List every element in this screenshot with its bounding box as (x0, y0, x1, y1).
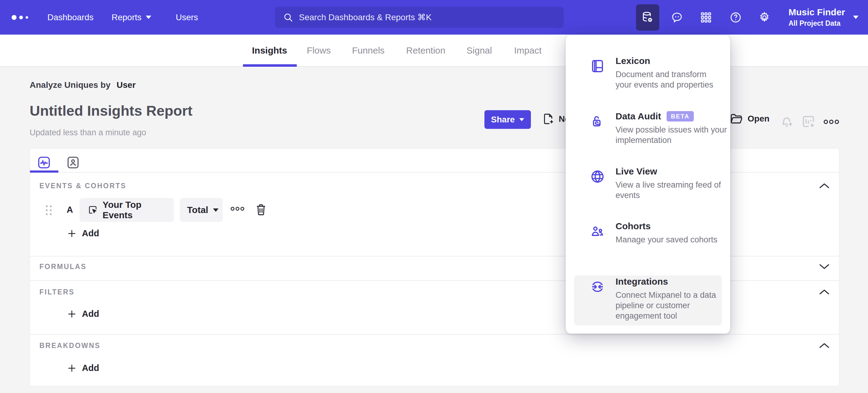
top-nav-bar: Dashboards Reports Users (0, 0, 868, 35)
document-plus-icon (542, 113, 554, 125)
menu-item-desc: Manage your saved cohorts (616, 234, 747, 245)
analyze-prefix-label: Analyze Uniques by (30, 80, 111, 90)
builder-active-tab-underline (30, 170, 58, 173)
menu-item-desc: Document and transform your events and p… (616, 69, 714, 90)
menu-item-title: Live View (616, 166, 657, 177)
plus-icon (67, 229, 76, 238)
logo-dot-small (26, 16, 28, 19)
event-row-more-button[interactable] (230, 206, 245, 212)
menu-item-desc: View possible issues with your implement… (616, 124, 736, 145)
collapse-events-chevron-up-icon[interactable] (818, 182, 830, 190)
data-management-dropdown: Lexicon Document and transform your even… (566, 35, 730, 334)
chevron-down-icon (853, 16, 859, 19)
share-button[interactable]: Share (485, 110, 531, 129)
chart-pulse-icon (37, 156, 51, 170)
chevron-down-icon (146, 16, 151, 19)
mixpanel-logo[interactable] (11, 0, 28, 35)
nav-item-reports[interactable]: Reports (112, 0, 151, 35)
tab-impact[interactable]: Impact (514, 35, 541, 67)
data-management-button[interactable] (636, 0, 659, 35)
chevron-down-icon (213, 208, 219, 212)
section-label-filters: FILTERS (39, 288, 74, 296)
search-icon (283, 12, 293, 23)
database-gear-icon (641, 11, 654, 24)
ellipsis-icon (230, 206, 245, 212)
report-tabbar: Insights Flows Funnels Retention Signal … (0, 35, 868, 67)
active-tab-underline (243, 64, 297, 67)
logo-dot-medium (19, 16, 23, 19)
apps-grid-button[interactable] (694, 0, 718, 35)
alert-add-button[interactable] (780, 114, 794, 129)
gear-icon (758, 11, 771, 24)
bell-plus-icon (780, 114, 794, 129)
add-label: Add (82, 309, 99, 319)
feedback-button[interactable] (665, 0, 689, 35)
nav-item-label: Reports (112, 12, 142, 22)
menu-item-title: Integrations (616, 276, 668, 287)
share-label: Share (491, 115, 515, 124)
section-label-formulas: FORMULAS (39, 262, 87, 271)
plus-icon (67, 364, 76, 373)
add-event-button[interactable]: Add (67, 228, 99, 238)
person-card-icon (66, 156, 80, 170)
help-icon (730, 11, 742, 24)
project-selector[interactable]: Music Finder All Project Data (788, 0, 859, 35)
ellipsis-icon (824, 119, 839, 125)
menu-item-desc: View a live streaming feed of events (616, 180, 733, 200)
grid-icon (700, 11, 712, 23)
more-actions-button[interactable] (824, 119, 839, 125)
event-name: Your Top Events (103, 200, 165, 220)
add-breakdown-button[interactable]: Add (67, 363, 99, 373)
add-filter-button[interactable]: Add (67, 309, 99, 319)
mixpanel-app: Dashboards Reports Users (0, 0, 868, 393)
plus-icon (67, 309, 76, 319)
chevron-down-icon (519, 118, 524, 121)
collapse-filters-chevron-up-icon[interactable] (818, 288, 830, 296)
logo-dot-large (11, 15, 17, 20)
tab-retention[interactable]: Retention (406, 35, 445, 67)
trash-icon (255, 203, 267, 216)
open-label: Open (748, 114, 770, 124)
tab-metrics-builder[interactable] (37, 156, 51, 170)
feedback-bubble-icon (671, 11, 683, 24)
menu-item-title: Lexicon (616, 56, 650, 66)
nav-item-label: Users (176, 12, 198, 22)
analyze-by-row: Analyze Uniques by User (30, 80, 136, 90)
project-name: Music Finder (788, 7, 845, 18)
analyze-value-selector[interactable]: User (117, 80, 136, 90)
beta-badge: BETA (666, 111, 694, 121)
tab-flows[interactable]: Flows (307, 35, 331, 67)
search-input[interactable] (299, 12, 556, 22)
delete-event-button[interactable] (255, 203, 267, 216)
menu-item-title: Cohorts (616, 221, 651, 231)
report-updated-text: Updated less than a minute ago (30, 128, 146, 137)
integrations-sync-icon (590, 279, 605, 294)
help-button[interactable] (724, 0, 747, 35)
metric-name: Total (187, 205, 208, 215)
tab-user-profiles[interactable] (66, 156, 80, 170)
select-event-icon (88, 204, 98, 216)
data-audit-lock-icon (590, 114, 605, 129)
nav-item-label: Dashboards (48, 12, 94, 22)
add-label: Add (82, 363, 99, 373)
cohorts-people-icon (590, 224, 605, 239)
expand-formulas-chevron-down-icon[interactable] (818, 262, 830, 271)
tab-signal[interactable]: Signal (466, 35, 492, 67)
event-selector-chip[interactable]: Your Top Events (80, 198, 174, 222)
global-search[interactable] (275, 7, 564, 28)
nav-item-users[interactable]: Users (176, 0, 198, 35)
active-tile (636, 4, 659, 31)
menu-item-title: Data Audit (616, 111, 661, 121)
tab-insights[interactable]: Insights (252, 35, 287, 67)
drag-handle[interactable] (46, 205, 52, 215)
add-to-dashboard-button[interactable] (801, 114, 815, 129)
collapse-breakdowns-chevron-up-icon[interactable] (818, 342, 830, 349)
settings-button[interactable] (753, 0, 776, 35)
chart-plus-icon (801, 114, 815, 129)
lexicon-book-icon (590, 59, 605, 74)
project-scope: All Project Data (788, 19, 845, 28)
tab-funnels[interactable]: Funnels (352, 35, 385, 67)
nav-item-dashboards[interactable]: Dashboards (48, 0, 94, 35)
metric-selector-chip[interactable]: Total (180, 198, 223, 222)
report-title[interactable]: Untitled Insights Report (30, 102, 192, 119)
